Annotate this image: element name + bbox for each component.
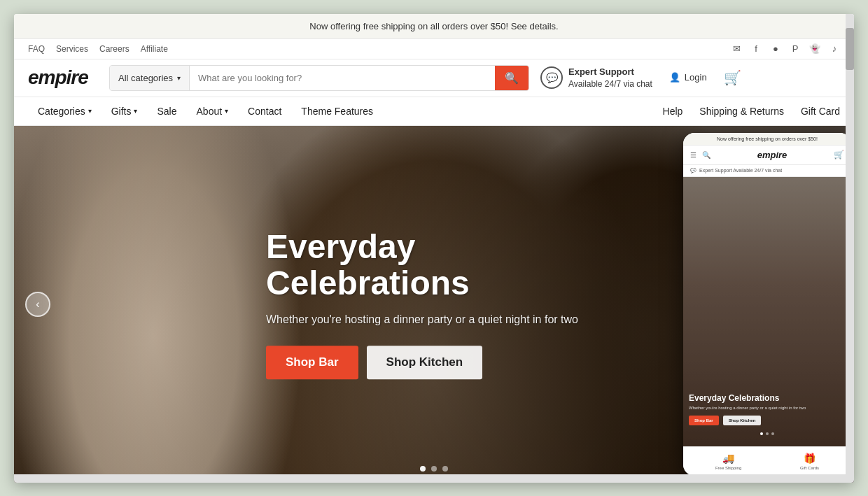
phone-hero-content: Everyday Celebrations Whether you're hos… xyxy=(689,393,846,425)
hero-section: ‹ Everyday Celebrations Whether you're h… xyxy=(14,126,854,483)
announcement-bar: Now offering free shipping on all orders… xyxy=(14,14,854,39)
phone-dot-3[interactable] xyxy=(771,432,774,435)
user-icon: 👤 xyxy=(669,72,680,83)
services-link[interactable]: Services xyxy=(56,44,88,54)
scrollbar-bottom[interactable] xyxy=(14,474,846,483)
phone-announcement-text: Now offering free shipping on orders ove… xyxy=(717,136,818,141)
slider-dots xyxy=(420,466,448,472)
email-icon[interactable]: ✉ xyxy=(731,43,742,55)
phone-slider-dots xyxy=(760,432,774,435)
phone-menu-icon[interactable]: ☰ xyxy=(690,151,696,159)
slider-dot-1[interactable] xyxy=(420,466,426,472)
hero-buttons: Shop Bar Shop Kitchen xyxy=(266,346,616,379)
phone-support-text: Expert Support Available 24/7 via chat xyxy=(699,168,782,173)
login-label: Login xyxy=(685,72,707,83)
nav-item-theme-features[interactable]: Theme Features xyxy=(291,97,383,125)
search-container: All categories ▾ 🔍 xyxy=(109,65,529,91)
announcement-text: Now offering free shipping on all orders… xyxy=(309,21,558,31)
scrollbar-right[interactable] xyxy=(846,14,854,483)
mobile-preview: Now offering free shipping on orders ove… xyxy=(683,133,851,476)
phone-hero-title: Everyday Celebrations xyxy=(689,393,846,403)
snapchat-icon[interactable]: 👻 xyxy=(809,43,820,55)
expert-support[interactable]: 💬 Expert Support Available 24/7 via chat xyxy=(540,66,652,90)
nav-help[interactable]: Help xyxy=(663,106,683,117)
expert-support-text: Expert Support Available 24/7 via chat xyxy=(568,66,652,90)
phone-free-shipping[interactable]: 🚚 Free Shipping xyxy=(715,453,741,470)
faq-link[interactable]: FAQ xyxy=(28,44,45,54)
header: empire All categories ▾ 🔍 💬 Expert Suppo… xyxy=(14,59,854,97)
chevron-down-icon: ▾ xyxy=(134,107,137,115)
phone-hero: Everyday Celebrations Whether you're hos… xyxy=(683,177,851,446)
chevron-down-icon: ▾ xyxy=(225,107,228,115)
phone-cart-icon[interactable]: 🛒 xyxy=(834,150,844,160)
shop-bar-button[interactable]: Shop Bar xyxy=(266,346,358,379)
main-nav-right: Help Shipping & Returns Gift Card xyxy=(663,106,840,117)
phone-hero-buttons: Shop Bar Shop Kitchen xyxy=(689,416,846,425)
facebook-icon[interactable]: f xyxy=(750,43,762,55)
gift-icon: 🎁 xyxy=(804,453,816,464)
nav-gift-card[interactable]: Gift Card xyxy=(801,106,840,117)
phone-announcement: Now offering free shipping on orders ove… xyxy=(683,133,851,146)
utility-nav-left: FAQ Services Careers Affiliate xyxy=(28,44,168,54)
hero-title: Everyday Celebrations xyxy=(266,229,616,303)
phone-gift-cards-label: Gift Cards xyxy=(800,466,819,470)
chevron-down-icon: ▾ xyxy=(177,74,181,82)
nav-item-sale[interactable]: Sale xyxy=(147,97,186,125)
phone-dot-1[interactable] xyxy=(760,432,763,435)
browser-chrome: Now offering free shipping on all orders… xyxy=(0,0,868,496)
scrollbar-thumb[interactable] xyxy=(846,28,854,70)
phone-shop-kitchen-button[interactable]: Shop Kitchen xyxy=(723,416,762,425)
social-icons: ✉ f ● P 👻 ♪ xyxy=(731,43,840,55)
main-nav: Categories ▾ Gifts ▾ Sale About ▾ Contac… xyxy=(14,97,854,126)
phone-inner: Now offering free shipping on orders ove… xyxy=(683,133,851,476)
logo[interactable]: empire xyxy=(28,66,98,89)
search-button[interactable]: 🔍 xyxy=(495,66,528,90)
phone-bottom-bar: 🚚 Free Shipping 🎁 Gift Cards xyxy=(683,446,851,476)
phone-chat-icon: 💬 xyxy=(690,168,696,173)
phone-shop-bar-button[interactable]: Shop Bar xyxy=(689,416,719,425)
chat-icon: 💬 xyxy=(540,66,563,89)
affiliate-link[interactable]: Affiliate xyxy=(141,44,168,54)
hero-subtitle: Whether you're hosting a dinner party or… xyxy=(266,313,616,326)
slider-prev-arrow[interactable]: ‹ xyxy=(25,292,50,317)
nav-shipping-returns[interactable]: Shipping & Returns xyxy=(699,106,784,117)
login-button[interactable]: 👤 Login xyxy=(669,72,707,83)
nav-item-about[interactable]: About ▾ xyxy=(187,97,239,125)
phone-nav: ☰ 🔍 empire 🛒 xyxy=(683,146,851,165)
browser-window: Now offering free shipping on all orders… xyxy=(14,14,854,483)
nav-item-categories[interactable]: Categories ▾ xyxy=(28,97,102,125)
main-nav-left: Categories ▾ Gifts ▾ Sale About ▾ Contac… xyxy=(28,97,663,125)
cart-icon[interactable]: 🛒 xyxy=(724,69,741,86)
slider-dot-2[interactable] xyxy=(431,466,437,472)
careers-link[interactable]: Careers xyxy=(99,44,130,54)
phone-support-bar: 💬 Expert Support Available 24/7 via chat xyxy=(683,165,851,177)
phone-nav-icons: ☰ 🔍 xyxy=(690,151,710,159)
instagram-icon[interactable]: ● xyxy=(770,43,781,55)
search-icon: 🔍 xyxy=(505,72,519,84)
phone-logo[interactable]: empire xyxy=(757,150,788,160)
nav-item-contact[interactable]: Contact xyxy=(238,97,291,125)
category-label: All categories xyxy=(118,73,173,83)
hero-content: Everyday Celebrations Whether you're hos… xyxy=(266,229,616,380)
nav-item-gifts[interactable]: Gifts ▾ xyxy=(102,97,148,125)
category-dropdown[interactable]: All categories ▾ xyxy=(110,66,190,90)
phone-gift-cards[interactable]: 🎁 Gift Cards xyxy=(800,453,819,470)
chevron-down-icon: ▾ xyxy=(88,107,92,115)
truck-icon: 🚚 xyxy=(722,453,734,464)
slider-dot-3[interactable] xyxy=(442,466,448,472)
header-right: 💬 Expert Support Available 24/7 via chat… xyxy=(540,66,741,90)
pinterest-icon[interactable]: P xyxy=(790,43,801,55)
shop-kitchen-button[interactable]: Shop Kitchen xyxy=(367,346,483,379)
phone-search-icon[interactable]: 🔍 xyxy=(702,151,710,159)
phone-dot-2[interactable] xyxy=(766,432,769,435)
search-input[interactable] xyxy=(190,66,495,90)
tiktok-icon[interactable]: ♪ xyxy=(829,43,840,55)
phone-hero-subtitle: Whether you're hosting a dinner party or… xyxy=(689,406,846,410)
utility-nav: FAQ Services Careers Affiliate ✉ f ● P 👻… xyxy=(14,39,854,59)
phone-free-shipping-label: Free Shipping xyxy=(715,466,741,470)
